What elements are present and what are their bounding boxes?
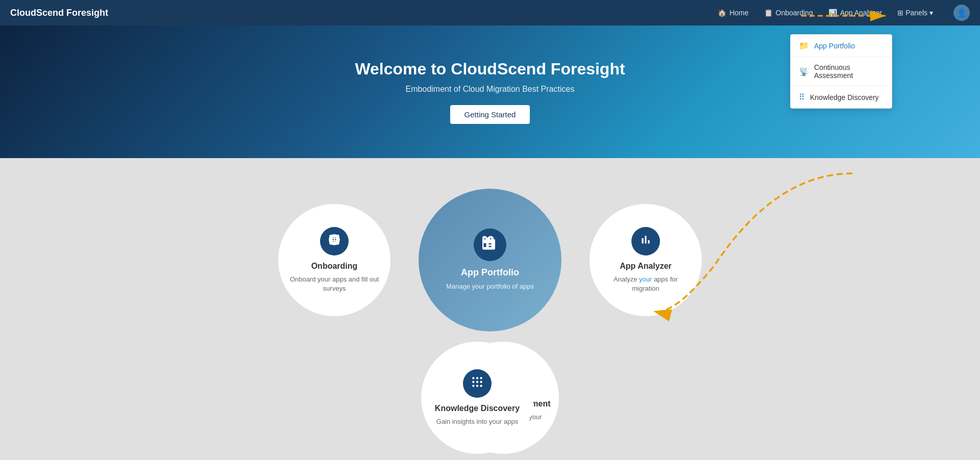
getting-started-button[interactable]: Getting Started (450, 105, 530, 124)
knowledge-discovery-title: Knowledge Discovery (435, 404, 520, 413)
onboarding-icon (328, 233, 341, 249)
hero-subtitle: Embodiment of Cloud Migration Best Pract… (406, 85, 575, 94)
svg-point-9 (480, 381, 482, 383)
svg-point-5 (476, 377, 478, 379)
app-portfolio-icon (482, 236, 498, 254)
brand-logo: CloudScend Foresight (10, 8, 718, 18)
knowledge-discovery-card[interactable]: Knowledge Discovery Gain insights into y… (421, 342, 533, 454)
dropdown-app-portfolio[interactable]: 📁 App Portfolio (791, 35, 892, 57)
svg-point-10 (472, 385, 474, 387)
app-analyzer-icon (639, 233, 652, 249)
onboarding-desc: Onboard your apps and fill out surveys (278, 275, 390, 293)
svg-point-4 (472, 377, 474, 379)
knowledge-discovery-dropdown-icon: ⠿ (799, 92, 805, 102)
app-portfolio-dropdown-icon: 📁 (799, 41, 809, 50)
svg-point-11 (476, 385, 478, 387)
hero-title: Welcome to CloudScend Foresight (355, 60, 625, 79)
app-analyzer-title: App Analyzer (620, 262, 672, 271)
knowledge-discovery-icon-wrapper (463, 369, 492, 398)
nav-links: 🏠 Home 📋 Onboarding 📊 App Analyzer ⊞ Pan… (718, 5, 970, 21)
app-portfolio-card[interactable]: App Portfolio Manage your portfolio of a… (419, 189, 561, 331)
main-content: Onboarding Onboard your apps and fill ou… (0, 158, 980, 460)
onboarding-icon: 📋 (764, 9, 773, 17)
app-analyzer-icon-wrapper (631, 227, 660, 255)
panels-dropdown: 📁 App Portfolio 📡 Continuous Assessment … (790, 34, 892, 109)
panels-wrapper: ⊞ Panels ▾ 📁 App Portfolio 📡 Continuous … (897, 9, 933, 17)
svg-point-8 (476, 381, 478, 383)
knowledge-discovery-desc: Gain insights into your apps (426, 417, 528, 426)
nav-panels[interactable]: ⊞ Panels ▾ (897, 9, 933, 17)
app-portfolio-icon-wrapper (474, 228, 506, 261)
panels-icon: ⊞ (897, 9, 903, 17)
svg-point-7 (472, 381, 474, 383)
app-portfolio-title: App Portfolio (461, 267, 519, 278)
user-icon: 👤 (957, 8, 967, 18)
dropdown-continuous-assessment[interactable]: 📡 Continuous Assessment (791, 57, 892, 86)
dropdown-knowledge-discovery[interactable]: ⠿ Knowledge Discovery (791, 86, 892, 108)
knowledge-discovery-icon (471, 375, 484, 392)
app-analyzer-card[interactable]: App Analyzer Analyze your apps for migra… (590, 204, 702, 316)
onboarding-title: Onboarding (311, 262, 358, 271)
chevron-down-icon: ▾ (929, 9, 933, 17)
nav-home[interactable]: 🏠 Home (718, 9, 748, 17)
nav-app-analyzer[interactable]: 📊 App Analyzer (828, 9, 883, 17)
svg-point-12 (480, 385, 482, 387)
onboarding-card[interactable]: Onboarding Onboard your apps and fill ou… (278, 204, 390, 316)
app-portfolio-desc: Manage your portfolio of apps (436, 282, 544, 291)
user-avatar[interactable]: 👤 (953, 5, 970, 21)
home-icon: 🏠 (718, 9, 726, 17)
nav-onboarding[interactable]: 📋 Onboarding (764, 9, 813, 17)
circles-container: Onboarding Onboard your apps and fill ou… (271, 189, 709, 454)
onboarding-icon-wrapper (320, 227, 349, 255)
navbar: CloudScend Foresight 🏠 Home 📋 Onboarding… (0, 0, 980, 25)
app-analyzer-desc: Analyze your apps for migration (590, 275, 702, 293)
continuous-assessment-dropdown-icon: 📡 (799, 67, 809, 76)
svg-point-6 (480, 377, 482, 379)
app-analyzer-icon: 📊 (828, 9, 837, 17)
